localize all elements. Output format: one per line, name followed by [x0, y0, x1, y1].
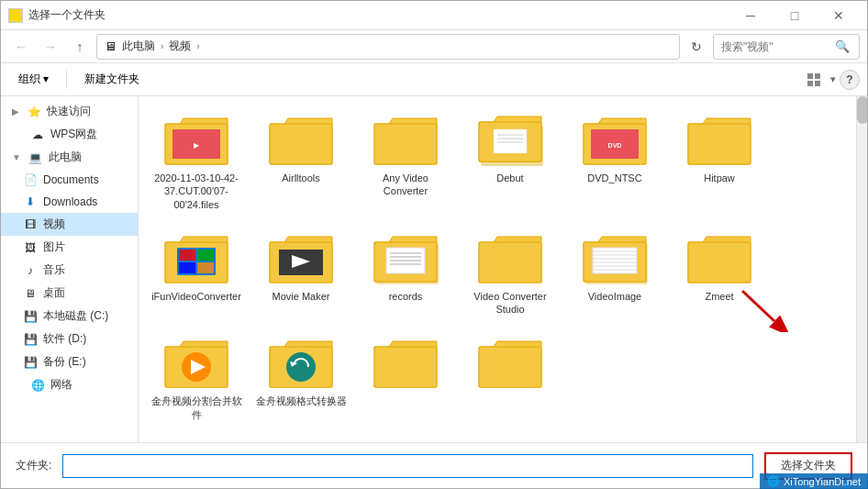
toolbar-right: ▾ ? — [801, 67, 860, 93]
file-item-airlltools[interactable]: Airlltools — [250, 104, 351, 218]
dvd-ntsc-label: DVD_NTSC — [587, 172, 641, 184]
pictures-icon: 🖼 — [23, 240, 38, 255]
scrollbar-track[interactable] — [856, 96, 867, 442]
file-item-extra2[interactable] — [460, 327, 561, 428]
ifun-label: iFunVideoConverter — [151, 290, 241, 303]
file-item-jinshu-convert[interactable]: 金舟视频格式转换器 — [250, 327, 351, 428]
title-bar-controls: ─ □ ✕ — [729, 2, 860, 29]
sidebar-item-backup-e[interactable]: 💾 备份 (E:) — [1, 350, 138, 373]
svg-rect-27 — [688, 124, 751, 164]
search-input[interactable] — [721, 40, 831, 53]
svg-rect-18 — [494, 129, 527, 153]
folder-label: 文件夹: — [16, 458, 51, 473]
backup-e-label: 备份 (E:) — [43, 354, 86, 370]
minimize-button[interactable]: ─ — [729, 2, 772, 29]
quick-access-icon: ⭐ — [27, 105, 41, 119]
local-c-label: 本地磁盘 (C:) — [43, 308, 108, 324]
ifun-icon — [163, 229, 229, 286]
jinshu-split-label: 金舟视频分割合并软件 — [150, 395, 242, 421]
jinshu-split-icon — [163, 334, 229, 391]
videos-icon: 🎞 — [23, 217, 38, 232]
sidebar-item-quick-access[interactable]: ▶ ⭐ 快速访问 — [1, 100, 138, 123]
video-converter-studio-icon — [477, 229, 543, 286]
title-bar-left: 选择一个文件夹 — [8, 7, 106, 23]
wps-label: WPS网盘 — [50, 127, 97, 142]
file-item-records[interactable]: records — [355, 222, 456, 324]
svg-rect-4 — [807, 81, 813, 86]
svg-rect-1 — [10, 12, 15, 14]
file-item-hitpaw[interactable]: Hitpaw — [669, 104, 770, 218]
sidebar-item-documents[interactable]: 📄 Documents — [1, 169, 138, 191]
desktop-icon: 🖥 — [23, 286, 38, 301]
svg-rect-74 — [479, 347, 541, 387]
dialog-window: 选择一个文件夹 ─ □ ✕ ← → ↑ 🖥 此电脑 › 视频 › ↻ 🔍 组织 … — [0, 0, 868, 489]
file-item-ifun-video[interactable]: iFunVideoConverter — [146, 222, 247, 324]
sidebar-item-videos[interactable]: 🎞 视频 — [1, 213, 138, 236]
svg-rect-5 — [815, 81, 820, 86]
jinshu-convert-label: 金舟视频格式转换器 — [256, 395, 347, 407]
organize-button[interactable]: 组织 ▾ — [8, 67, 59, 93]
quick-access-label: 快速访问 — [47, 104, 91, 119]
sidebar-item-music[interactable]: ♪ 音乐 — [1, 259, 138, 282]
svg-rect-60 — [688, 242, 751, 283]
toolbar-separator — [66, 71, 67, 89]
debut-icon — [477, 111, 543, 168]
path-chevron-1: › — [161, 41, 163, 51]
back-button[interactable]: ← — [8, 34, 34, 60]
any-video-icon — [373, 111, 439, 168]
sidebar-item-local-c[interactable]: 💾 本地磁盘 (C:) — [1, 305, 138, 328]
search-box: 🔍 — [713, 34, 860, 60]
sidebar-item-network[interactable]: 🌐 网络 — [1, 373, 138, 396]
close-button[interactable]: ✕ — [818, 2, 860, 29]
zmeet-label: Zmeet — [705, 290, 733, 303]
file-item-movie-maker[interactable]: Movie Maker — [250, 222, 351, 324]
movie-maker-label: Movie Maker — [273, 290, 330, 303]
title-bar: 选择一个文件夹 ─ □ ✕ — [1, 1, 867, 30]
help-button[interactable]: ? — [840, 70, 860, 90]
music-icon: ♪ — [23, 263, 38, 278]
sidebar-item-wps[interactable]: ☁ WPS网盘 — [1, 123, 138, 146]
svg-text:DVD: DVD — [608, 142, 622, 149]
file-item-jinshu-split[interactable]: 金舟视频分割合并软件 — [146, 327, 247, 428]
file-item-any-video[interactable]: Any Video Converter — [355, 104, 456, 218]
sidebar-item-pictures[interactable]: 🖼 图片 — [1, 236, 138, 259]
path-chevron-2: › — [196, 41, 199, 51]
sidebar-item-desktop[interactable]: 🖥 桌面 — [1, 282, 138, 305]
maximize-button[interactable]: □ — [773, 2, 816, 29]
view-button[interactable] — [801, 67, 827, 93]
address-bar: ← → ↑ 🖥 此电脑 › 视频 › ↻ 🔍 — [1, 30, 867, 63]
sidebar-item-downloads[interactable]: ⬇ Downloads — [1, 191, 138, 213]
file-item-dvd-ntsc[interactable]: DVD DVD_NTSC — [564, 104, 665, 218]
documents-icon: 📄 — [23, 172, 38, 187]
forward-button[interactable]: → — [38, 34, 63, 60]
watermark-text: 🌐 — [767, 475, 780, 487]
local-c-icon: 💾 — [23, 309, 38, 324]
file-item-extra1[interactable] — [355, 327, 456, 428]
address-box[interactable]: 🖥 此电脑 › 视频 › — [96, 34, 680, 60]
up-button[interactable]: ↑ — [67, 34, 93, 60]
zmeet-icon — [686, 229, 752, 286]
software-d-icon: 💾 — [23, 332, 38, 347]
sidebar-item-software-d[interactable]: 💾 软件 (D:) — [1, 328, 138, 350]
refresh-button[interactable]: ↻ — [684, 34, 709, 60]
videos-label: 视频 — [43, 217, 65, 232]
file-item-zmeet[interactable]: Zmeet — [669, 222, 770, 324]
new-folder-button[interactable]: 新建文件夹 — [74, 67, 150, 93]
downloads-icon: ⬇ — [23, 194, 38, 209]
any-video-label: Any Video Converter — [360, 172, 451, 198]
file-item-debut[interactable]: Debut — [460, 104, 561, 218]
svg-text:▶: ▶ — [194, 141, 200, 150]
window-icon — [8, 8, 23, 23]
dvd-ntsc-icon: DVD — [582, 111, 648, 168]
main-content: ▶ ⭐ 快速访问 ☁ WPS网盘 ▼ 💻 此电脑 📄 Documents — [1, 96, 867, 442]
music-label: 音乐 — [43, 262, 65, 278]
file-item-video-converter-studio[interactable]: Video Converter Studio — [460, 222, 561, 324]
records-icon — [373, 229, 439, 286]
path-part-videos: 视频 — [169, 39, 191, 54]
folder-input[interactable] — [62, 454, 753, 478]
file-item-cut-files[interactable]: ▶ 2020-11-03-10-42-37.CUT.00'07-00'24.fi… — [146, 104, 247, 218]
file-item-video-image[interactable]: VideoImage — [564, 222, 665, 324]
sidebar-item-this-pc[interactable]: ▼ 💻 此电脑 — [1, 146, 138, 169]
svg-rect-3 — [815, 73, 820, 79]
cut-files-label: 2020-11-03-10-42-37.CUT.00'07-00'24.file… — [150, 172, 242, 211]
